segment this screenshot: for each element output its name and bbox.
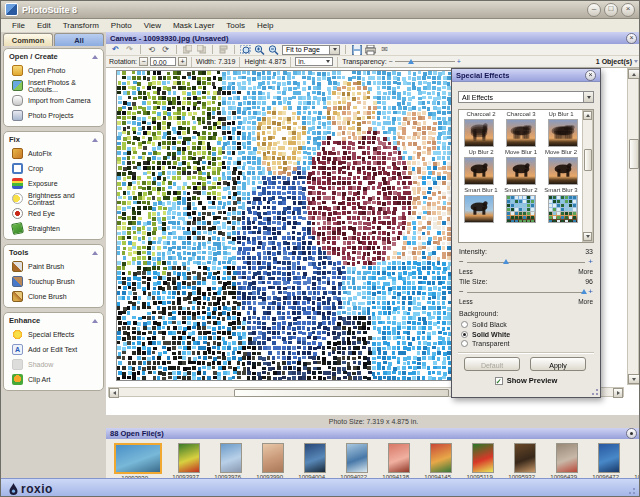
effect-label-charcoal-3[interactable]: Charcoal 3 bbox=[501, 111, 541, 117]
zoom-in-icon[interactable] bbox=[254, 45, 265, 55]
align-icon[interactable] bbox=[218, 45, 229, 54]
default-button[interactable]: Default bbox=[464, 357, 520, 371]
effect-thumbnail[interactable] bbox=[464, 195, 494, 223]
effect-label-smart-blur-1[interactable]: Smart Blur 1 bbox=[461, 187, 501, 193]
email-icon[interactable]: ✉ bbox=[379, 45, 390, 55]
effect-label-up-blur-1[interactable]: Up Blur 1 bbox=[541, 111, 581, 117]
intensity-slider[interactable]: − + bbox=[459, 258, 593, 268]
tab-all[interactable]: All bbox=[54, 33, 104, 46]
thumbnail-image[interactable] bbox=[388, 443, 410, 473]
thumbnail-image[interactable] bbox=[346, 443, 368, 473]
effect-thumbnail[interactable] bbox=[548, 157, 578, 185]
collapse-icon[interactable] bbox=[92, 251, 98, 255]
menu-view[interactable]: View bbox=[138, 21, 167, 30]
sidebar-item-touchup-brush[interactable]: Touchup Brush bbox=[4, 274, 103, 289]
show-preview-checkbox[interactable]: ✓ bbox=[495, 377, 503, 385]
sidebar-item-red-eye[interactable]: Red Eye bbox=[4, 206, 103, 221]
effects-close-icon[interactable]: × bbox=[585, 70, 596, 81]
radio-button-icon[interactable] bbox=[461, 321, 468, 328]
file-thumbnail-10094145[interactable]: 10094145.... bbox=[424, 443, 458, 480]
file-thumbnail-10095932[interactable]: 10095932.... bbox=[508, 443, 542, 480]
effect-thumbnail[interactable] bbox=[506, 119, 536, 147]
sidebar-item-clone-brush[interactable]: Clone Brush bbox=[4, 289, 103, 304]
effects-panel-titlebar[interactable]: Special Effects × bbox=[452, 69, 600, 82]
effect-label-charcoal-2[interactable]: Charcoal 2 bbox=[461, 111, 501, 117]
thumbnail-image[interactable] bbox=[556, 443, 578, 473]
file-thumbnail-10093937[interactable]: 10093937.... bbox=[172, 443, 206, 480]
rotate-left-icon[interactable]: ⟲ bbox=[146, 45, 157, 55]
effect-label-up-blur-2[interactable]: Up Blur 2 bbox=[461, 149, 501, 155]
sidebar-item-brightness-and-contrast[interactable]: Brightness and Contrast bbox=[4, 191, 103, 206]
sidebar-item-crop[interactable]: Crop bbox=[4, 161, 103, 176]
file-thumbnail-10093930[interactable]: 10093930.... bbox=[112, 443, 164, 481]
print-icon[interactable] bbox=[365, 45, 376, 55]
menu-file[interactable]: File bbox=[6, 21, 31, 30]
file-thumbnail-10094004[interactable]: 10094004.... bbox=[298, 443, 332, 480]
sidebar-item-add-or-edit-text[interactable]: AAdd or Edit Text bbox=[4, 342, 103, 357]
menu-help[interactable]: Help bbox=[251, 21, 279, 30]
menu-mask-layer[interactable]: Mask Layer bbox=[167, 21, 220, 30]
effect-label-smart-blur-3[interactable]: Smart Blur 3 bbox=[541, 187, 581, 193]
effect-thumbnail[interactable] bbox=[464, 157, 494, 185]
zoom-level-select[interactable]: Fit to Page bbox=[282, 45, 340, 55]
sidebar-item-exposure[interactable]: Exposure bbox=[4, 176, 103, 191]
file-thumbnail-10096815[interactable]: 10096815.... bbox=[634, 443, 640, 480]
file-thumbnail-10096439[interactable]: 10096439.... bbox=[550, 443, 584, 480]
menu-photo[interactable]: Photo bbox=[105, 21, 138, 30]
redo-icon[interactable]: ↷ bbox=[124, 45, 135, 55]
effect-thumbnail[interactable] bbox=[548, 195, 578, 223]
file-thumbnail-10094138[interactable]: 10094138.... bbox=[382, 443, 416, 480]
sidebar-item-paint-brush[interactable]: Paint Brush bbox=[4, 259, 103, 274]
panel-resize-grip[interactable] bbox=[589, 386, 599, 396]
file-thumbnail-10095119[interactable]: 10095119.... bbox=[466, 443, 500, 480]
collapse-icon[interactable] bbox=[92, 55, 98, 59]
thumbnail-image[interactable] bbox=[304, 443, 326, 473]
thumbnail-image[interactable] bbox=[472, 443, 494, 473]
section-header-open-create[interactable]: Open / Create bbox=[4, 51, 103, 63]
section-header-tools[interactable]: Tools bbox=[4, 247, 103, 259]
objects-dropdown-icon[interactable] bbox=[634, 60, 638, 63]
sidebar-item-straighten[interactable]: Straighten bbox=[4, 221, 103, 236]
tab-common[interactable]: Common bbox=[3, 33, 53, 46]
effects-list[interactable]: Charcoal 2Charcoal 3Up Blur 1Up Blur 2Mo… bbox=[458, 109, 594, 243]
radio-solid-white[interactable]: Solid White bbox=[461, 331, 510, 338]
sidebar-item-special-effects[interactable]: Special Effects bbox=[4, 327, 103, 342]
thumbnail-image[interactable] bbox=[514, 443, 536, 473]
menu-edit[interactable]: Edit bbox=[31, 21, 57, 30]
effect-thumbnail[interactable] bbox=[548, 119, 578, 147]
file-thumbnail-10093976[interactable]: 10093976.... bbox=[214, 443, 248, 480]
thumbnail-image[interactable] bbox=[598, 443, 620, 473]
effect-label-smart-blur-2[interactable]: Smart Blur 2 bbox=[501, 187, 541, 193]
thumbnail-image[interactable] bbox=[262, 443, 284, 473]
chevron-down-icon[interactable] bbox=[329, 46, 339, 54]
effects-list-scrollbar[interactable] bbox=[582, 110, 593, 242]
transparency-slider[interactable] bbox=[395, 57, 455, 66]
zoom-selection-icon[interactable] bbox=[240, 45, 251, 55]
save-icon[interactable] bbox=[351, 45, 362, 55]
minimize-button[interactable]: – bbox=[587, 3, 601, 17]
section-header-enhance[interactable]: Enhance bbox=[4, 315, 103, 327]
menu-tools[interactable]: Tools bbox=[220, 21, 251, 30]
radio-transparent[interactable]: Transparent bbox=[461, 340, 509, 347]
sidebar-item-import-from-camera[interactable]: Import from Camera bbox=[4, 93, 103, 108]
zoom-out-icon[interactable] bbox=[268, 45, 279, 55]
file-thumbnail-10093990[interactable]: 10093990.... bbox=[256, 443, 290, 480]
title-bar[interactable]: PhotoSuite 8 – □ × bbox=[1, 1, 639, 19]
apply-button[interactable]: Apply bbox=[530, 357, 586, 371]
collapse-icon[interactable] bbox=[92, 319, 98, 323]
tile-size-slider[interactable]: − + bbox=[459, 288, 593, 298]
close-button[interactable]: × bbox=[621, 3, 635, 17]
effect-label-move-blur-1[interactable]: Move Blur 1 bbox=[501, 149, 541, 155]
photo-mosaic-canvas[interactable] bbox=[116, 70, 460, 381]
thumbnail-image[interactable] bbox=[178, 443, 200, 473]
menu-transform[interactable]: Transform bbox=[57, 21, 105, 30]
file-thumbnail-10094022[interactable]: 10094022.... bbox=[340, 443, 374, 480]
file-thumbnail-10096472[interactable]: 10096472.... bbox=[592, 443, 626, 480]
section-header-fix[interactable]: Fix bbox=[4, 134, 103, 146]
units-select[interactable]: in. bbox=[295, 57, 333, 66]
undo-icon[interactable]: ↶ bbox=[110, 45, 121, 55]
effect-thumbnail[interactable] bbox=[464, 119, 494, 147]
sidebar-item-clip-art[interactable]: Clip Art bbox=[4, 372, 103, 387]
radio-solid-black[interactable]: Solid Black bbox=[461, 321, 507, 328]
collapse-icon[interactable] bbox=[92, 138, 98, 142]
